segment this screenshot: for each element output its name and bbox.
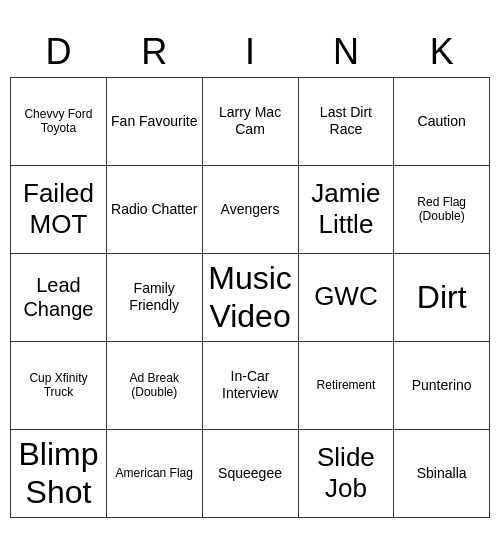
bingo-body: Chevvy Ford ToyotaFan FavouriteLarry Mac… — [11, 77, 490, 517]
header-letter-r: R — [106, 27, 202, 78]
bingo-cell-4-1: American Flag — [106, 429, 202, 517]
cell-text-4-3: Slide Job — [303, 442, 390, 504]
bingo-cell-4-0: Blimp Shot — [11, 429, 107, 517]
cell-text-0-2: Larry Mac Cam — [207, 104, 294, 138]
bingo-row-3: Cup Xfinity TruckAd Break (Double)In-Car… — [11, 341, 490, 429]
bingo-row-2: Lead ChangeFamily FriendlyMusic VideoGWC… — [11, 253, 490, 341]
cell-text-3-0: Cup Xfinity Truck — [15, 371, 102, 400]
cell-text-1-3: Jamie Little — [303, 178, 390, 240]
cell-text-4-2: Squeegee — [207, 465, 294, 482]
bingo-cell-2-0: Lead Change — [11, 253, 107, 341]
bingo-cell-2-2: Music Video — [202, 253, 298, 341]
cell-text-0-1: Fan Favourite — [111, 113, 198, 130]
bingo-cell-0-4: Caution — [394, 77, 490, 165]
header-letter-n: N — [298, 27, 394, 78]
bingo-row-0: Chevvy Ford ToyotaFan FavouriteLarry Mac… — [11, 77, 490, 165]
bingo-row-4: Blimp ShotAmerican FlagSqueegeeSlide Job… — [11, 429, 490, 517]
cell-text-4-0: Blimp Shot — [15, 435, 102, 512]
cell-text-2-4: Dirt — [398, 278, 485, 316]
bingo-cell-3-3: Retirement — [298, 341, 394, 429]
bingo-cell-4-3: Slide Job — [298, 429, 394, 517]
bingo-cell-1-2: Avengers — [202, 165, 298, 253]
bingo-cell-0-1: Fan Favourite — [106, 77, 202, 165]
header-letter-i: I — [202, 27, 298, 78]
cell-text-2-0: Lead Change — [15, 273, 102, 321]
bingo-cell-2-3: GWC — [298, 253, 394, 341]
bingo-cell-3-2: In-Car Interview — [202, 341, 298, 429]
cell-text-3-1: Ad Break (Double) — [111, 371, 198, 400]
bingo-cell-0-0: Chevvy Ford Toyota — [11, 77, 107, 165]
cell-text-0-4: Caution — [398, 113, 485, 130]
cell-text-1-0: Failed MOT — [15, 178, 102, 240]
cell-text-0-3: Last Dirt Race — [303, 104, 390, 138]
bingo-cell-3-4: Punterino — [394, 341, 490, 429]
header-letter-k: K — [394, 27, 490, 78]
bingo-cell-0-2: Larry Mac Cam — [202, 77, 298, 165]
bingo-cell-0-3: Last Dirt Race — [298, 77, 394, 165]
cell-text-3-3: Retirement — [303, 378, 390, 392]
cell-text-1-2: Avengers — [207, 201, 294, 218]
bingo-cell-1-1: Radio Chatter — [106, 165, 202, 253]
bingo-cell-3-0: Cup Xfinity Truck — [11, 341, 107, 429]
cell-text-4-4: Sbinalla — [398, 465, 485, 482]
cell-text-1-1: Radio Chatter — [111, 201, 198, 218]
bingo-card: DRINK Chevvy Ford ToyotaFan FavouriteLar… — [10, 27, 490, 518]
cell-text-2-2: Music Video — [207, 259, 294, 336]
cell-text-2-1: Family Friendly — [111, 280, 198, 314]
bingo-cell-1-3: Jamie Little — [298, 165, 394, 253]
cell-text-3-2: In-Car Interview — [207, 368, 294, 402]
cell-text-2-3: GWC — [303, 281, 390, 312]
header-letter-d: D — [11, 27, 107, 78]
bingo-cell-1-0: Failed MOT — [11, 165, 107, 253]
cell-text-4-1: American Flag — [111, 466, 198, 480]
cell-text-1-4: Red Flag (Double) — [398, 195, 485, 224]
bingo-cell-4-2: Squeegee — [202, 429, 298, 517]
cell-text-0-0: Chevvy Ford Toyota — [15, 107, 102, 136]
bingo-row-1: Failed MOTRadio ChatterAvengersJamie Lit… — [11, 165, 490, 253]
bingo-cell-2-1: Family Friendly — [106, 253, 202, 341]
bingo-cell-1-4: Red Flag (Double) — [394, 165, 490, 253]
header-row: DRINK — [11, 27, 490, 78]
bingo-cell-3-1: Ad Break (Double) — [106, 341, 202, 429]
bingo-cell-2-4: Dirt — [394, 253, 490, 341]
cell-text-3-4: Punterino — [398, 377, 485, 394]
bingo-cell-4-4: Sbinalla — [394, 429, 490, 517]
